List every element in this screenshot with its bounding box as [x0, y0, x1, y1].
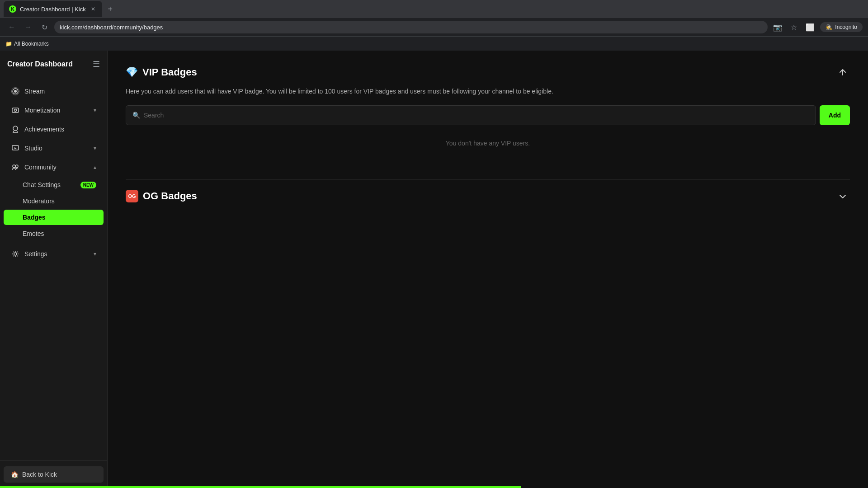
og-icon: OG [126, 190, 138, 202]
browser-chrome: K Creator Dashboard | Kick ✕ + ← → ↻ kic… [0, 0, 868, 51]
active-tab[interactable]: K Creator Dashboard | Kick ✕ [4, 1, 102, 17]
new-tab-button[interactable]: + [104, 3, 117, 15]
vip-add-button[interactable]: Add [820, 105, 850, 125]
vip-description: Here you can add users that will have VI… [126, 87, 850, 96]
bottom-progress-bar [0, 486, 521, 488]
monetization-arrow: ▾ [94, 107, 96, 113]
svg-point-0 [14, 90, 17, 93]
og-toggle-button[interactable] [835, 189, 850, 203]
tab-title: Creator Dashboard | Kick [20, 6, 86, 13]
tab-bar: K Creator Dashboard | Kick ✕ + [0, 0, 868, 18]
forward-nav-button[interactable]: → [22, 21, 34, 33]
sidebar-item-monetization[interactable]: Monetization ▾ [4, 101, 104, 119]
vip-search-box[interactable]: 🔍 [126, 105, 816, 125]
app-layout: Creator Dashboard ☰ Stream [0, 51, 868, 488]
stream-icon [11, 87, 20, 96]
svg-point-4 [14, 109, 17, 112]
badges-label: Badges [23, 214, 96, 221]
achievements-label: Achievements [24, 126, 96, 133]
new-badge: NEW [80, 182, 96, 188]
sidebar-item-badges[interactable]: Badges [4, 210, 104, 225]
sidebar-nav: Stream Monetization ▾ [0, 78, 107, 460]
sidebar-item-studio[interactable]: Studio ▾ [4, 139, 104, 157]
device-icon[interactable]: ⬜ [804, 21, 816, 33]
nav-bar: ← → ↻ kick.com/dashboard/community/badge… [0, 18, 868, 36]
vip-badges-section: 💎 VIP Badges Here you can add users that… [126, 65, 850, 161]
chat-settings-label: Chat Settings [23, 181, 76, 188]
bookmarks-label: All Bookmarks [14, 41, 49, 47]
achievements-icon [11, 125, 20, 134]
vip-icon: 💎 [126, 66, 138, 78]
main-content: 💎 VIP Badges Here you can add users that… [108, 51, 868, 488]
back-btn-label: Back to Kick [22, 471, 57, 478]
sidebar-item-achievements[interactable]: Achievements [4, 120, 104, 138]
vip-search-input[interactable] [144, 112, 809, 119]
search-icon: 🔍 [132, 112, 140, 119]
sidebar-item-chat-settings[interactable]: Chat Settings NEW [4, 177, 104, 192]
studio-label: Studio [24, 145, 89, 152]
vip-title-text: VIP Badges [142, 66, 197, 78]
og-section-header: OG OG Badges [126, 180, 850, 203]
incognito-label: Incognito [835, 24, 857, 30]
community-icon [11, 163, 20, 172]
bookmark-icon[interactable]: ☆ [788, 21, 800, 33]
back-nav-button[interactable]: ← [5, 21, 18, 33]
sidebar-item-stream[interactable]: Stream [4, 82, 104, 100]
sidebar-item-moderators[interactable]: Moderators [4, 193, 104, 209]
settings-icon [11, 249, 20, 258]
vip-section-header: 💎 VIP Badges [126, 65, 850, 80]
nav-right-controls: 📷 ☆ ⬜ 🕵 Incognito [771, 21, 863, 33]
incognito-button[interactable]: 🕵 Incognito [820, 22, 863, 32]
address-bar[interactable]: kick.com/dashboard/community/badges [54, 21, 768, 33]
vip-search-row: 🔍 Add [126, 105, 850, 125]
settings-arrow: ▾ [94, 251, 96, 257]
vip-toggle-button[interactable] [835, 65, 850, 80]
sidebar-title: Creator Dashboard [7, 60, 73, 68]
tab-close-btn[interactable]: ✕ [90, 5, 97, 13]
og-icon-text: OG [128, 193, 136, 199]
svg-point-7 [13, 165, 15, 168]
studio-icon [11, 144, 20, 153]
bookmarks-bar: 📁 All Bookmarks [0, 36, 868, 51]
url-text: kick.com/dashboard/community/badges [60, 24, 163, 31]
back-to-kick-button[interactable]: 🏠 Back to Kick [4, 466, 104, 483]
community-label: Community [24, 164, 89, 171]
incognito-icon: 🕵 [826, 24, 832, 30]
svg-point-5 [13, 126, 18, 131]
sidebar-item-settings[interactable]: Settings ▾ [4, 245, 104, 263]
vip-empty-text: You don't have any VIP users. [446, 140, 530, 147]
sidebar-bottom: 🏠 Back to Kick [0, 460, 107, 488]
community-arrow: ▴ [94, 164, 96, 170]
sidebar-item-community[interactable]: Community ▴ [4, 158, 104, 176]
monetization-label: Monetization [24, 107, 89, 114]
svg-point-9 [14, 253, 17, 255]
camera-off-icon[interactable]: 📷 [771, 21, 784, 33]
sidebar-item-emotes[interactable]: Emotes [4, 226, 104, 241]
back-icon: 🏠 [11, 471, 19, 478]
emotes-label: Emotes [23, 230, 96, 237]
svg-rect-3 [12, 108, 19, 113]
sidebar: Creator Dashboard ☰ Stream [0, 51, 108, 488]
svg-point-8 [15, 165, 18, 168]
moderators-label: Moderators [23, 197, 96, 205]
stream-label: Stream [24, 88, 96, 95]
sidebar-header: Creator Dashboard ☰ [0, 51, 107, 78]
monetization-icon [11, 106, 20, 115]
og-title-text: OG Badges [143, 190, 197, 202]
og-badges-section: OG OG Badges [126, 179, 850, 203]
tab-favicon: K [9, 5, 16, 13]
sidebar-menu-icon[interactable]: ☰ [93, 59, 100, 69]
og-section-title: OG OG Badges [126, 190, 197, 202]
folder-icon: 📁 [5, 41, 12, 47]
studio-arrow: ▾ [94, 145, 96, 151]
vip-empty-state: You don't have any VIP users. [126, 125, 850, 161]
settings-label: Settings [24, 250, 89, 258]
vip-section-title: 💎 VIP Badges [126, 66, 197, 78]
reload-button[interactable]: ↻ [38, 21, 51, 33]
